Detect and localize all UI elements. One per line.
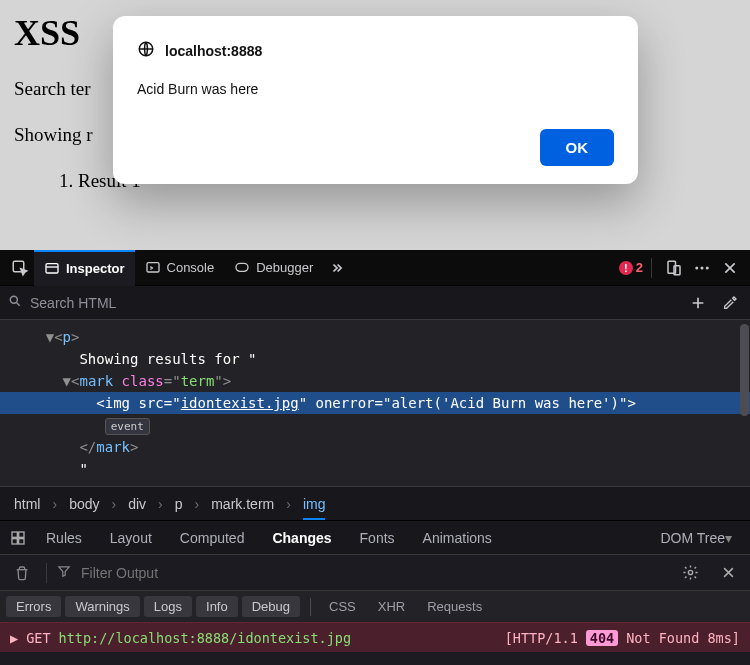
crumb-item-selected[interactable]: img: [303, 496, 326, 520]
tab-debugger[interactable]: Debugger: [224, 250, 323, 286]
tree-row-selected[interactable]: <img src="idontexist.jpg" onerror="alert…: [0, 392, 750, 414]
html-tree[interactable]: ▼<p> Showing results for " ▼<mark class=…: [0, 320, 750, 486]
chip-info[interactable]: Info: [196, 596, 238, 617]
error-indicator[interactable]: ! 2: [619, 260, 643, 275]
ok-button[interactable]: OK: [540, 129, 615, 166]
request-method: GET: [26, 630, 50, 646]
console-filter-line: [0, 554, 750, 590]
eyedropper-button[interactable]: [718, 291, 742, 315]
tab-inspector-label: Inspector: [66, 261, 125, 276]
crumb-item[interactable]: html: [14, 496, 40, 512]
filter-icon: [57, 564, 71, 581]
proto-open: [HTTP/1.1: [505, 630, 578, 646]
subtab-domtree[interactable]: DOM Tree: [646, 521, 746, 555]
close-devtools-button[interactable]: [716, 254, 744, 282]
search-html-input[interactable]: [30, 295, 678, 311]
globe-icon: [137, 40, 155, 61]
chip-xhr[interactable]: XHR: [368, 596, 415, 617]
element-picker-button[interactable]: [6, 254, 34, 282]
scrollbar-thumb[interactable]: [740, 324, 749, 416]
svg-rect-4: [236, 263, 248, 271]
tab-debugger-label: Debugger: [256, 260, 313, 275]
svg-rect-2: [46, 263, 58, 272]
expand-arrow-icon[interactable]: ▶: [10, 630, 18, 646]
crumb-item[interactable]: div: [128, 496, 146, 512]
chip-debug[interactable]: Debug: [242, 596, 300, 617]
request-url: http://localhost:8888/idontexist.jpg: [59, 630, 352, 646]
search-icon: [8, 294, 22, 311]
subtab-computed[interactable]: Computed: [166, 521, 259, 555]
tree-row[interactable]: ▼<p>: [0, 326, 750, 348]
meatball-menu-button[interactable]: [688, 254, 716, 282]
tab-console-label: Console: [167, 260, 215, 275]
tree-row[interactable]: Showing results for ": [0, 348, 750, 370]
alert-origin: localhost:8888: [165, 43, 262, 59]
console-message-row[interactable]: ▶ GET http://localhost:8888/idontexist.j…: [0, 622, 750, 652]
subtab-changes[interactable]: Changes: [258, 521, 345, 555]
svg-point-9: [706, 266, 709, 269]
svg-rect-14: [19, 538, 24, 543]
chip-logs[interactable]: Logs: [144, 596, 192, 617]
webpage-area: XSS Search ter Showing r Result 1 localh…: [0, 0, 750, 250]
event-badge[interactable]: event: [105, 418, 150, 435]
markup-breadcrumb: html› body› div› p› mark.term› img: [0, 486, 750, 520]
status-code: 404: [586, 630, 618, 646]
subtab-layout[interactable]: Layout: [96, 521, 166, 555]
html-searchbar: [0, 286, 750, 320]
chip-warnings[interactable]: Warnings: [65, 596, 139, 617]
tree-row[interactable]: ▼<mark class="term">: [0, 370, 750, 392]
alert-overlay: localhost:8888 Acid Burn was here OK: [0, 0, 750, 250]
chip-errors[interactable]: Errors: [6, 596, 61, 617]
tab-inspector[interactable]: Inspector: [34, 250, 135, 286]
alert-dialog: localhost:8888 Acid Burn was here OK: [113, 16, 638, 184]
console-chip-line: Errors Warnings Logs Info Debug CSS XHR …: [0, 590, 750, 622]
subtab-fonts[interactable]: Fonts: [346, 521, 409, 555]
filter-output-input[interactable]: [81, 565, 666, 581]
crumb-item[interactable]: mark.term: [211, 496, 274, 512]
devtools-panel: Inspector Console Debugger ! 2: [0, 250, 750, 665]
crumb-item[interactable]: body: [69, 496, 99, 512]
tree-row[interactable]: ": [0, 458, 750, 480]
svg-point-7: [695, 266, 698, 269]
responsive-mode-button[interactable]: [660, 254, 688, 282]
tree-row[interactable]: </mark>: [0, 436, 750, 458]
svg-point-8: [701, 266, 704, 269]
error-count: 2: [636, 260, 643, 275]
sidepanel-tabs: Rules Layout Computed Changes Fonts Anim…: [0, 520, 750, 554]
crumb-item[interactable]: p: [175, 496, 183, 512]
devtools-tabbar: Inspector Console Debugger ! 2: [0, 250, 750, 286]
clear-console-button[interactable]: [8, 559, 36, 587]
chip-requests[interactable]: Requests: [417, 596, 492, 617]
subtab-animations[interactable]: Animations: [409, 521, 506, 555]
alert-message: Acid Burn was here: [137, 81, 614, 97]
subtab-rules[interactable]: Rules: [32, 521, 96, 555]
svg-rect-12: [19, 532, 24, 537]
svg-point-10: [10, 296, 17, 303]
status-text: Not Found 8ms]: [626, 630, 740, 646]
pseudo-class-toggle[interactable]: [4, 524, 32, 552]
close-split-button[interactable]: [714, 559, 742, 587]
console-settings-button[interactable]: [676, 559, 704, 587]
svg-point-15: [688, 570, 692, 574]
svg-rect-3: [147, 262, 159, 271]
tree-row[interactable]: event: [0, 414, 750, 436]
chip-css[interactable]: CSS: [319, 596, 366, 617]
more-tabs-button[interactable]: [323, 254, 351, 282]
add-element-button[interactable]: [686, 291, 710, 315]
svg-rect-11: [12, 532, 17, 537]
svg-rect-13: [12, 538, 17, 543]
error-icon: !: [619, 261, 633, 275]
tab-console[interactable]: Console: [135, 250, 225, 286]
